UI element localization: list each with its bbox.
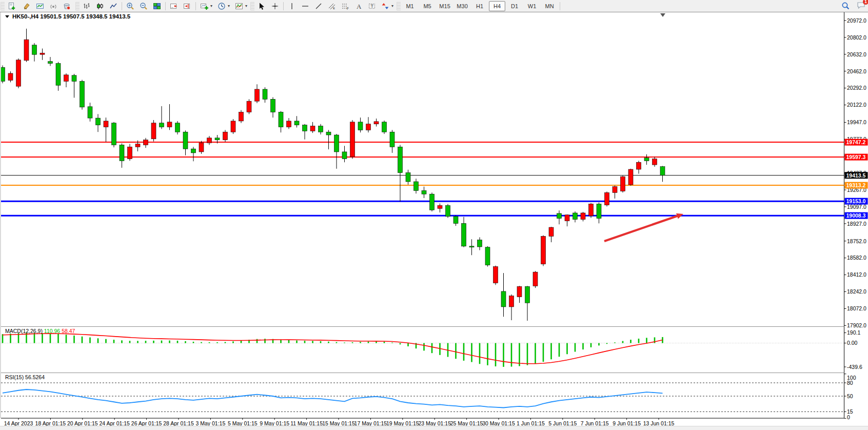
price-badge: 19313.2: [846, 182, 866, 188]
price-tick-label: 18072.0: [847, 305, 866, 311]
zoom-out-button[interactable]: [137, 1, 150, 11]
candlestick-icon: [96, 2, 104, 10]
tab-timeframe-M30[interactable]: M30: [454, 1, 470, 11]
tile-windows-button[interactable]: [151, 1, 163, 11]
tab-timeframe-M5[interactable]: M5: [419, 1, 436, 11]
charts-window-button[interactable]: [34, 1, 46, 11]
chevron-down-icon[interactable]: ▾: [245, 4, 247, 8]
chevron-down-icon[interactable]: ▾: [391, 4, 393, 8]
chevron-down-icon[interactable]: ▾: [210, 4, 212, 8]
rsi-axis-label: 50: [847, 393, 853, 399]
toolbar-separator: [195, 2, 196, 10]
tab-timeframe-M15[interactable]: M15: [437, 1, 453, 11]
tab-timeframe-MN[interactable]: MN: [541, 1, 558, 11]
toolbar-separator: [165, 2, 166, 10]
text-tool-button[interactable]: A: [352, 1, 365, 11]
periods-button[interactable]: ▾: [215, 1, 232, 11]
horizontal-line-tool-button[interactable]: [299, 1, 311, 11]
trendline-icon: [314, 2, 323, 10]
chart-profile-icon: [36, 2, 44, 10]
autotrading-icon: [63, 2, 71, 10]
chart-shift-button[interactable]: [181, 1, 193, 11]
auto-scroll-button[interactable]: [168, 1, 180, 11]
fibonacci-icon: F: [341, 2, 349, 10]
price-badge: 19153.0: [846, 198, 866, 204]
bar-chart-mode-button[interactable]: [81, 1, 93, 11]
crosshair-icon: [271, 2, 279, 10]
toolbar-separator: [560, 2, 560, 10]
macd-axis-label: 0.00: [847, 340, 858, 346]
price-badge: 19747.2: [846, 139, 866, 145]
toolbar-grip[interactable]: [250, 2, 254, 10]
cursor-icon: [258, 2, 266, 10]
chevron-down-icon[interactable]: ▾: [228, 4, 230, 8]
vertical-line-tool-button[interactable]: [286, 1, 298, 11]
svg-text:E: E: [333, 7, 335, 10]
new-order-icon: [8, 2, 16, 10]
macd-label: MACD(12,26,9) 110.96 58.47: [5, 328, 75, 334]
candlestick-mode-button[interactable]: [94, 1, 106, 11]
price-tick-label: 20972.0: [847, 17, 866, 24]
new-chart-button[interactable]: ▾: [198, 1, 214, 11]
text-label-icon: T: [368, 2, 376, 10]
toolbar-grip[interactable]: [1, 2, 5, 10]
horizontal-line-icon: [301, 2, 309, 10]
macd-axis-label: -439.6: [847, 364, 862, 370]
notifications-button[interactable]: 1: [857, 1, 866, 11]
price-tick-label: 20292.0: [847, 85, 866, 91]
line-chart-mode-button[interactable]: [107, 1, 120, 11]
text-icon: A: [354, 2, 363, 10]
svg-text:F: F: [347, 7, 349, 10]
new-order-button[interactable]: [6, 1, 19, 11]
tab-timeframe-H4[interactable]: H4: [489, 1, 505, 11]
period-clock-icon: [218, 2, 226, 10]
search-button[interactable]: [839, 1, 852, 11]
new-chart-icon: [200, 2, 208, 10]
price-tick-label: 18752.0: [847, 238, 866, 244]
channel-icon: E: [328, 2, 336, 10]
autotrading-button[interactable]: [61, 1, 74, 11]
tab-timeframe-W1[interactable]: W1: [524, 1, 540, 11]
price-tick-label: 17902.0: [847, 322, 866, 328]
price-badge: 19008.3: [846, 212, 866, 219]
notification-count-badge: 1: [863, 0, 868, 5]
label-tool-button[interactable]: T: [366, 1, 378, 11]
toolbar-grip[interactable]: [397, 2, 401, 10]
toolbar-separator: [283, 2, 284, 10]
tab-timeframe-H1[interactable]: H1: [471, 1, 488, 11]
indicators-icon: [235, 2, 243, 10]
fibonacci-tool-button[interactable]: F: [339, 1, 351, 11]
arrows-icon: [381, 2, 389, 10]
svg-text:T: T: [371, 4, 374, 9]
channel-tool-button[interactable]: E: [326, 1, 338, 11]
arrows-tool-button[interactable]: ▾: [379, 1, 396, 11]
price-tick-label: 19947.0: [847, 119, 866, 125]
price-tick-label: 18242.0: [847, 288, 866, 295]
rsi-axis-label: 80: [847, 380, 853, 386]
price-tick-label: 20802.0: [847, 34, 866, 41]
price-tick-label: 18412.0: [847, 271, 866, 278]
vertical-line-icon: [288, 2, 296, 10]
price-badge: 19597.3: [846, 154, 866, 160]
price-tick-label: 20462.0: [847, 68, 866, 74]
price-badge: 19413.5: [846, 172, 866, 179]
toolbar-grip[interactable]: [75, 2, 80, 10]
trendline-tool-button[interactable]: [312, 1, 325, 11]
rsi-axis-label: 15: [847, 408, 853, 415]
zoom-in-button[interactable]: [124, 1, 136, 11]
svg-text:A: A: [357, 2, 362, 10]
indicators-button[interactable]: ▾: [233, 1, 249, 11]
tab-timeframe-M1[interactable]: M1: [402, 1, 418, 11]
price-tick-label: 18582.0: [847, 255, 866, 261]
search-icon: [841, 2, 850, 10]
chart-canvas[interactable]: 20972.020802.020632.020462.020292.020122…: [0, 12, 868, 430]
status-strip: [0, 426, 868, 430]
terminal-window: ▾▾▾EFAT▾M1M5M15M30H1H4D1W1MN1 20972.0208…: [0, 0, 868, 430]
profile-button[interactable]: [21, 1, 33, 11]
line-chart-icon: [109, 2, 117, 10]
tab-timeframe-D1[interactable]: D1: [506, 1, 523, 11]
signals-button[interactable]: [47, 1, 60, 11]
cursor-tool-button[interactable]: [255, 1, 268, 11]
toolbar: ▾▾▾EFAT▾M1M5M15M30H1H4D1W1MN1: [0, 0, 868, 12]
crosshair-tool-button[interactable]: [269, 1, 281, 11]
